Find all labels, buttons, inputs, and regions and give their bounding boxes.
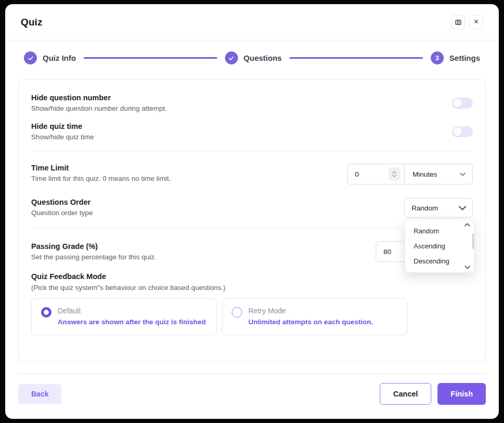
chevron-down-icon <box>459 206 466 210</box>
scrollbar-thumb[interactable] <box>472 233 474 249</box>
step-label: Settings <box>449 54 480 62</box>
step-check-icon <box>225 51 238 64</box>
scroll-up-icon <box>465 223 470 227</box>
feedback-option-default[interactable]: Default Answers are shown after the quiz… <box>31 298 217 335</box>
time-limit-title: Time Limit <box>31 164 171 172</box>
hide-quiz-time-row: Hide quiz time Show/hide quiz time <box>31 122 473 141</box>
hide-question-number-description: Show/hide question number during attempt… <box>31 104 167 112</box>
close-button[interactable]: × <box>469 15 483 29</box>
chevron-down-icon <box>460 173 466 176</box>
hide-quiz-time-toggle[interactable] <box>452 126 473 137</box>
hide-question-number-toggle[interactable] <box>452 98 473 109</box>
feedback-mode-description: (Pick the quiz system"s behaviour on cho… <box>31 284 473 292</box>
back-button[interactable]: Back <box>18 384 61 404</box>
number-stepper[interactable] <box>389 167 400 181</box>
step-label: Quiz Info <box>43 54 76 62</box>
time-unit-select[interactable]: Minutes <box>404 164 472 184</box>
panel-layout-button[interactable] <box>451 15 465 29</box>
time-unit-value: Minutes <box>413 170 437 178</box>
scroll-down-icon <box>465 266 470 269</box>
header-actions: × <box>451 15 483 29</box>
feedback-mode-section: Quiz Feedback Mode (Pick the quiz system… <box>31 272 473 335</box>
step-check-icon <box>24 51 37 64</box>
feedback-option-label: Default <box>58 307 206 315</box>
questions-order-select[interactable]: Random <box>404 198 473 218</box>
feedback-mode-title: Quiz Feedback Mode <box>31 272 473 281</box>
option-text: Default Answers are shown after the quiz… <box>58 307 206 326</box>
hide-quiz-time-title: Hide quiz time <box>31 122 94 130</box>
hide-question-number-title: Hide question number <box>31 94 167 102</box>
finish-button[interactable]: Finish <box>437 383 486 405</box>
step-number: 3 <box>431 51 444 64</box>
radio-unselected-icon[interactable] <box>232 307 242 318</box>
dropdown-scrollbar[interactable] <box>463 223 471 269</box>
radio-selected-icon[interactable] <box>41 307 51 318</box>
questions-order-value: Random <box>412 204 438 212</box>
row-labels: Time Limit Time limit for this quiz. 0 m… <box>31 164 171 182</box>
passing-grade-description: Set the passing percentage for this quiz… <box>31 253 156 261</box>
chevron-up-icon <box>392 171 396 174</box>
feedback-option-label: Retry Mode <box>248 307 373 315</box>
close-icon: × <box>474 18 479 26</box>
feedback-mode-options: Default Answers are shown after the quiz… <box>31 298 473 335</box>
feedback-option-description: Unlimited attempts on each question. <box>248 318 373 326</box>
time-limit-description: Time limit for this quiz. 0 means no tim… <box>31 175 171 182</box>
cancel-button[interactable]: Cancel <box>380 383 432 405</box>
time-limit-input-wrap <box>348 164 404 184</box>
step-questions[interactable]: Questions <box>225 51 282 64</box>
row-labels: Passing Grade (%) Set the passing percen… <box>31 242 156 261</box>
toggle-knob <box>453 127 462 136</box>
wizard-stepper: Quiz Info Questions 3 Settings <box>24 51 480 64</box>
questions-order-description: Question order type <box>31 209 93 217</box>
step-quiz-info[interactable]: Quiz Info <box>24 51 76 64</box>
settings-card: Hide question number Show/hide question … <box>18 79 486 362</box>
feedback-option-description: Answers are shown after the quiz is fini… <box>58 318 206 326</box>
time-limit-row: Time Limit Time limit for this quiz. 0 m… <box>31 164 473 184</box>
row-labels: Hide question number Show/hide question … <box>31 94 167 112</box>
questions-order-dropdown: Random Ascending Descending <box>405 219 474 273</box>
chevron-down-icon <box>392 175 396 177</box>
option-text: Retry Mode Unlimited attempts on each qu… <box>248 307 373 326</box>
stepper-connector <box>289 57 423 59</box>
quiz-modal: Quiz × Quiz Info <box>5 4 499 419</box>
step-label: Questions <box>244 54 282 62</box>
feedback-option-retry-mode[interactable]: Retry Mode Unlimited attempts on each qu… <box>222 298 407 335</box>
questions-order-title: Questions Order <box>31 198 93 206</box>
hide-quiz-time-description: Show/hide quiz time <box>31 133 94 141</box>
footer-actions: Cancel Finish <box>380 383 486 405</box>
modal-header: Quiz × <box>5 4 499 41</box>
modal-title: Quiz <box>21 17 43 28</box>
time-limit-input[interactable] <box>355 170 389 178</box>
hide-question-number-row: Hide question number Show/hide question … <box>31 94 473 112</box>
toggle-knob <box>453 99 462 108</box>
section-divider <box>31 151 473 151</box>
time-limit-control: Minutes <box>347 164 473 184</box>
questions-order-select-wrap: Random Random Ascending Descending <box>404 198 473 218</box>
questions-order-row: Questions Order Question order type Rand… <box>31 198 473 218</box>
step-settings[interactable]: 3 Settings <box>431 51 480 64</box>
modal-footer: Back Cancel Finish <box>18 374 486 419</box>
passing-grade-title: Passing Grade (%) <box>31 242 156 250</box>
columns-icon <box>455 19 462 26</box>
row-labels: Hide quiz time Show/hide quiz time <box>31 122 94 141</box>
row-labels: Questions Order Question order type <box>31 198 93 217</box>
stepper-connector <box>84 57 217 59</box>
